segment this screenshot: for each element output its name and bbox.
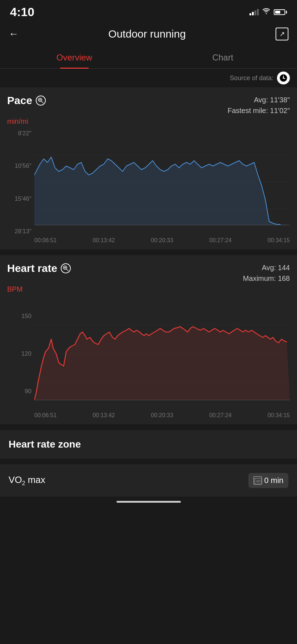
svg-rect-21 — [257, 480, 258, 482]
tab-overview[interactable]: Overview — [0, 48, 149, 68]
pace-stats: Avg: 11'38" Fastest mile: 11'02" — [228, 94, 290, 116]
svg-line-12 — [66, 269, 68, 271]
heart-rate-chart-container: 150 120 90 00:06:51 00:13:42 00:20:33 00… — [7, 296, 290, 419]
heart-rate-zoom-button[interactable] — [61, 263, 71, 273]
heart-rate-chart-section: Heart rate Avg: 144 Maximum: 168 BPM 150… — [0, 255, 297, 424]
heart-rate-unit: BPM — [7, 285, 290, 293]
signal-icon — [249, 9, 259, 15]
status-time: 4:10 — [10, 5, 34, 19]
pace-chart-section: Pace Avg: 11'38" Fastest mile: 11'02" mi… — [0, 87, 297, 249]
hr-x-axis: 00:06:51 00:13:42 00:20:33 00:27:24 00:3… — [34, 411, 290, 419]
tab-chart[interactable]: Chart — [149, 48, 297, 68]
pace-x-axis: 00:06:51 00:13:42 00:20:33 00:27:24 00:3… — [34, 236, 290, 244]
heart-rate-chart-title: Heart rate — [7, 262, 71, 274]
vo2-badge-icon — [253, 476, 262, 485]
heart-rate-zone-title: Heart rate zone — [9, 439, 81, 450]
pace-chart-title: Pace — [7, 94, 46, 107]
export-button[interactable] — [276, 28, 288, 40]
heart-rate-chart-header: Heart rate Avg: 144 Maximum: 168 — [7, 262, 290, 284]
back-button[interactable]: ← — [9, 28, 19, 40]
pace-chart-header: Pace Avg: 11'38" Fastest mile: 11'02" — [7, 94, 290, 116]
battery-icon — [274, 9, 287, 15]
pace-y-axis: 8'22" 10'56" 15'46" 28'13" — [7, 128, 31, 244]
status-bar: 4:10 — [0, 0, 297, 22]
status-icons — [249, 8, 287, 16]
home-indicator — [0, 497, 297, 506]
hr-y-axis: 150 120 90 — [7, 296, 31, 419]
heart-rate-stats: Avg: 144 Maximum: 168 — [243, 262, 290, 284]
vo2-value: 0 min — [264, 476, 283, 485]
tabs: Overview Chart — [0, 46, 297, 69]
vo2-section: VO2 max 0 min — [0, 464, 297, 497]
vo2-badge[interactable]: 0 min — [248, 473, 288, 488]
pace-chart-container: 8'22" 10'56" 15'46" 28'13" 00:06:51 00:1… — [7, 128, 290, 244]
svg-rect-22 — [259, 480, 260, 482]
source-label: Source of data: — [230, 74, 273, 82]
source-bar: Source of data: — [0, 69, 297, 87]
app-header: ← Outdoor running — [0, 22, 297, 46]
page-title: Outdoor running — [108, 28, 186, 40]
heart-rate-chart-area: 00:06:51 00:13:42 00:20:33 00:27:24 00:3… — [34, 296, 290, 419]
svg-point-1 — [283, 77, 284, 79]
wifi-icon — [262, 8, 270, 16]
pace-chart-area: 00:06:51 00:13:42 00:20:33 00:27:24 00:3… — [34, 128, 290, 244]
heart-rate-zone-section: Heart rate zone — [0, 430, 297, 459]
home-bar — [117, 501, 181, 503]
pace-zoom-button[interactable] — [36, 96, 46, 106]
pace-unit: min/mi — [7, 117, 290, 126]
vo2-title: VO2 max — [9, 474, 45, 487]
source-logo — [277, 72, 290, 84]
svg-rect-20 — [255, 478, 262, 484]
svg-line-3 — [41, 101, 43, 103]
